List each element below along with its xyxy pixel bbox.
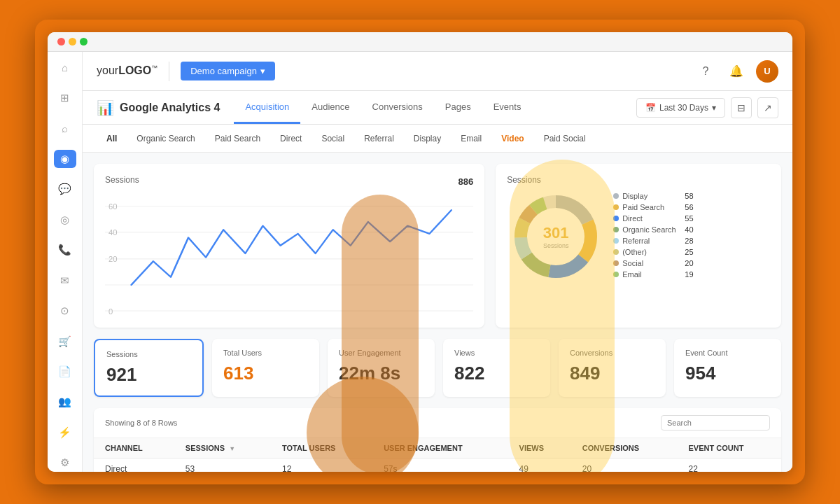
col-user-engagement[interactable]: USER ENGAGEMENT: [372, 438, 507, 458]
tab-acquisition[interactable]: Acquisition: [234, 92, 300, 124]
chart-icon[interactable]: ◉: [54, 150, 76, 167]
metric-views-value: 822: [454, 363, 539, 384]
plugin-icon[interactable]: ⚡: [54, 424, 76, 441]
location-icon[interactable]: ⊙: [54, 302, 76, 319]
col-total-users[interactable]: TOTAL USERS: [271, 438, 372, 458]
col-sessions[interactable]: SESSIONS ▼: [174, 438, 271, 458]
analytics-title: Google Analytics 4: [120, 102, 220, 114]
legend-dot-paid-search: [613, 204, 619, 210]
grid-icon[interactable]: ⊞: [54, 89, 76, 106]
svg-text:0: 0: [108, 307, 113, 315]
metric-sessions-value: 921: [106, 364, 191, 386]
minimize-dot[interactable]: [69, 38, 76, 46]
donut-chart-container: 301 Sessions: [507, 188, 605, 286]
table-row: Direct 53 12 57s 49 20 22: [94, 458, 781, 472]
col-views[interactable]: VIEWS: [508, 438, 571, 458]
metric-views-label: Views: [454, 349, 539, 357]
tab-conversions[interactable]: Conversions: [361, 92, 434, 124]
col-event-count[interactable]: EVENT COUNT: [678, 438, 781, 458]
filter-email[interactable]: Email: [451, 127, 491, 150]
legend-social: Social 20: [613, 259, 693, 267]
analytics-icon: 📊: [97, 99, 114, 116]
filter-paid-search[interactable]: Paid Search: [205, 127, 270, 150]
close-dot[interactable]: [57, 38, 65, 46]
cart-icon[interactable]: 🛒: [54, 332, 76, 350]
col-conversions[interactable]: CONVERSIONS: [571, 438, 678, 458]
home-icon[interactable]: ⌂: [54, 59, 76, 76]
metric-conversions[interactable]: Conversions 849: [559, 339, 666, 397]
svg-text:40: 40: [108, 229, 118, 237]
donut-center-value: 301: [543, 224, 569, 242]
metric-engagement-label: User Engagement: [339, 349, 424, 357]
legend-other: (Other) 25: [613, 248, 693, 256]
filter-all[interactable]: All: [97, 127, 127, 150]
donut-center: 301 Sessions: [543, 224, 569, 249]
metric-event-count[interactable]: Event Count 954: [674, 339, 781, 397]
legend-email: Email 19: [613, 270, 693, 279]
charts-row: Sessions 886: [94, 164, 781, 328]
app-header: yourLOGO™ Demo campaign ▾ ? 🔔 U: [83, 52, 792, 91]
doc-icon[interactable]: 📄: [54, 363, 76, 380]
analytics-brand: 📊 Google Analytics 4: [97, 99, 220, 116]
metric-sessions[interactable]: Sessions 921: [94, 339, 204, 397]
metric-total-users[interactable]: Total Users 613: [212, 339, 319, 397]
notifications-button[interactable]: 🔔: [725, 60, 748, 83]
row-engagement: 57s: [372, 458, 507, 472]
metric-user-engagement[interactable]: User Engagement 22m 8s: [328, 339, 435, 397]
metric-users-label: Total Users: [223, 349, 308, 357]
sessions-chart-title: Sessions: [105, 175, 139, 185]
maximize-dot[interactable]: [80, 38, 88, 46]
settings-icon[interactable]: ⚙: [54, 454, 76, 471]
donut-layout: 301 Sessions Display 58: [507, 188, 770, 286]
sessions-chart-value: 886: [458, 176, 473, 187]
share-button[interactable]: ↗: [757, 97, 778, 118]
tab-events[interactable]: Events: [482, 92, 533, 124]
legend-organic-search: Organic Search 40: [613, 225, 693, 234]
table-search-input[interactable]: [661, 415, 770, 430]
legend-paid-search: Paid Search 56: [613, 203, 693, 211]
table-info: Showing 8 of 8 Rows: [105, 419, 177, 427]
date-range-button[interactable]: 📅 Last 30 Days ▾: [636, 98, 725, 118]
browser-bar: [48, 32, 792, 52]
metric-engagement-value: 22m 8s: [339, 363, 424, 384]
metric-conversions-label: Conversions: [570, 349, 654, 357]
tab-audience[interactable]: Audience: [300, 92, 360, 124]
sidebar: ⌂ ⊞ ⌕ ◉ 💬 ◎ 📞 ✉ ⊙ 🛒 📄 👥 ⚡ ⚙: [48, 52, 83, 472]
logo-text: yourLOGO™: [97, 64, 158, 77]
logo-area: yourLOGO™: [97, 64, 158, 77]
metric-conversions-value: 849: [570, 363, 654, 384]
dashboard: Sessions 886: [83, 153, 792, 472]
metric-views[interactable]: Views 822: [443, 339, 550, 397]
legend-dot-other: [613, 249, 619, 255]
help-button[interactable]: ?: [694, 60, 717, 83]
donut-legend: Display 58 Paid Search 56: [613, 192, 693, 281]
filter-organic-search[interactable]: Organic Search: [127, 127, 204, 150]
chat-icon[interactable]: 💬: [54, 181, 76, 198]
search-icon[interactable]: ⌕: [54, 120, 76, 137]
avatar[interactable]: U: [756, 60, 778, 83]
filter-bar: All Organic Search Paid Search Direct So…: [83, 125, 792, 153]
col-channel[interactable]: CHANNEL: [94, 438, 174, 458]
filter-display[interactable]: Display: [404, 127, 451, 150]
filter-direct[interactable]: Direct: [270, 127, 312, 150]
header-divider: [169, 62, 169, 81]
filter-paid-social[interactable]: Paid Social: [534, 127, 596, 150]
svg-text:20: 20: [108, 255, 118, 263]
filter-video[interactable]: Video: [491, 127, 533, 150]
legend-dot-email: [613, 272, 619, 277]
metric-events-label: Event Count: [685, 349, 770, 357]
filter-referral[interactable]: Referral: [354, 127, 404, 150]
legend-dot-display: [613, 193, 619, 199]
data-table: CHANNEL SESSIONS ▼ TOTAL USERS USER ENGA…: [94, 438, 781, 472]
demo-campaign-button[interactable]: Demo campaign ▾: [181, 62, 275, 80]
mail-icon[interactable]: ✉: [54, 272, 76, 289]
phone-icon[interactable]: 📞: [54, 241, 76, 259]
people-icon[interactable]: 👥: [54, 393, 76, 411]
main-content: yourLOGO™ Demo campaign ▾ ? 🔔 U: [83, 52, 792, 472]
columns-button[interactable]: ⊟: [731, 97, 752, 118]
row-views: 49: [508, 458, 571, 472]
eye-icon[interactable]: ◎: [54, 211, 76, 228]
tab-pages[interactable]: Pages: [434, 92, 482, 124]
row-sessions: 53: [174, 458, 271, 472]
filter-social[interactable]: Social: [312, 127, 354, 150]
